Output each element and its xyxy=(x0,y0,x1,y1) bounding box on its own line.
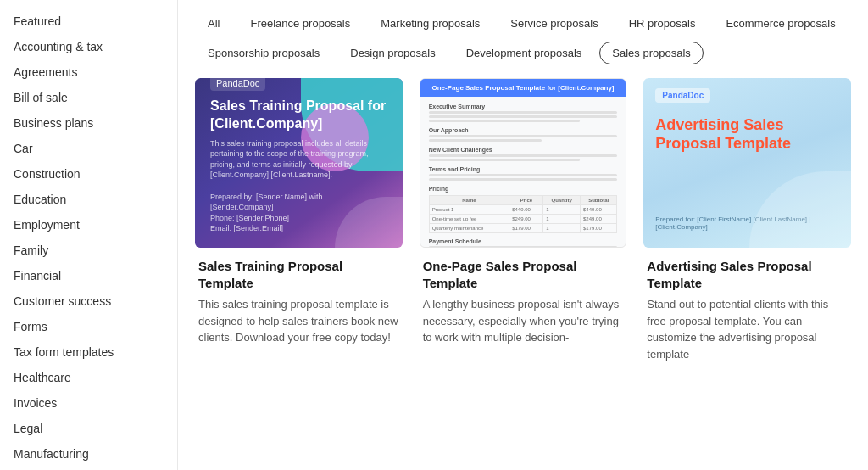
wave-shape xyxy=(749,171,851,248)
filter-tag-all[interactable]: All xyxy=(195,12,232,35)
sidebar-item-agreements[interactable]: Agreements xyxy=(0,59,177,85)
doc-header: One-Page Sales Proposal Template for [Cl… xyxy=(420,79,626,97)
card2-title: One-Page Sales Proposal Template xyxy=(423,258,624,291)
card3-thumb-title: Advertising Sales Proposal Template xyxy=(655,116,839,153)
card3-logo: PandaDoc xyxy=(655,88,710,103)
card1-desc: This sales training proposal template is… xyxy=(198,296,399,346)
filter-tag-sales[interactable]: Sales proposals xyxy=(599,42,704,64)
filter-tag-development[interactable]: Development proposals xyxy=(453,42,595,64)
filter-tag-hr[interactable]: HR proposals xyxy=(616,12,709,35)
card3-desc: Stand out to potential clients with this… xyxy=(647,296,848,362)
sidebar-item-tax-form-templates[interactable]: Tax form templates xyxy=(0,339,177,365)
sidebar-item-featured[interactable]: Featured xyxy=(0,8,177,34)
filter-row-1: AllFreelance proposalsMarketing proposal… xyxy=(195,12,851,35)
card-thumb-2: One-Page Sales Proposal Template for [Cl… xyxy=(420,78,627,248)
cards-grid: PandaDoc Sales Training Proposal for [Cl… xyxy=(195,78,851,362)
sidebar-item-car[interactable]: Car xyxy=(0,136,177,161)
doc-body: Executive Summary Our Approach New Clien… xyxy=(420,97,626,248)
main-content: AllFreelance proposalsMarketing proposal… xyxy=(178,0,868,470)
filter-tag-freelance[interactable]: Freelance proposals xyxy=(237,12,363,35)
card1-thumb-body: This sales training proposal includes al… xyxy=(210,138,387,234)
sidebar-item-legal[interactable]: Legal xyxy=(0,416,177,441)
card3-info: Advertising Sales Proposal Template Stan… xyxy=(643,248,851,362)
card1-content: PandaDoc Sales Training Proposal for [Cl… xyxy=(195,78,403,248)
filter-tag-marketing[interactable]: Marketing proposals xyxy=(368,12,492,35)
card-advertising-sales[interactable]: PandaDoc Advertising Sales Proposal Temp… xyxy=(643,78,851,362)
sidebar-item-family[interactable]: Family xyxy=(0,238,177,263)
sidebar-item-education[interactable]: Education xyxy=(0,187,177,212)
card1-thumb-title: Sales Training Proposal for [Client.Comp… xyxy=(210,98,387,133)
filter-tag-design[interactable]: Design proposals xyxy=(337,42,448,64)
card3-title: Advertising Sales Proposal Template xyxy=(647,258,848,291)
card-one-page-sales[interactable]: One-Page Sales Proposal Template for [Cl… xyxy=(420,78,627,362)
filter-tag-ecommerce[interactable]: Ecommerce proposals xyxy=(713,12,848,35)
card2-info: One-Page Sales Proposal Template A lengt… xyxy=(420,248,627,346)
sidebar-item-customer-success[interactable]: Customer success xyxy=(0,288,177,314)
sidebar-item-invoices[interactable]: Invoices xyxy=(0,390,177,416)
card-sales-training[interactable]: PandaDoc Sales Training Proposal for [Cl… xyxy=(195,78,403,362)
sidebar-item-forms[interactable]: Forms xyxy=(0,314,177,339)
sidebar-item-healthcare[interactable]: Healthcare xyxy=(0,365,177,390)
card1-logo: PandaDoc xyxy=(210,78,265,91)
sidebar-item-accounting-tax[interactable]: Accounting & tax xyxy=(0,34,177,59)
sidebar-item-financial[interactable]: Financial xyxy=(0,263,177,288)
card1-info: Sales Training Proposal Template This sa… xyxy=(195,248,403,346)
sidebar: FeaturedAccounting & taxAgreementsBill o… xyxy=(0,0,178,470)
card2-desc: A lengthy business proposal isn't always… xyxy=(423,296,624,346)
card-thumb-1: PandaDoc Sales Training Proposal for [Cl… xyxy=(195,78,403,248)
sidebar-item-bill-of-sale[interactable]: Bill of sale xyxy=(0,85,177,110)
filter-row-2: Sponsorship proposalsDesign proposalsDev… xyxy=(195,42,851,64)
sidebar-item-manufacturing[interactable]: Manufacturing xyxy=(0,441,177,467)
filter-tag-service[interactable]: Service proposals xyxy=(498,12,610,35)
card-thumb-3: PandaDoc Advertising Sales Proposal Temp… xyxy=(643,78,851,248)
card1-title: Sales Training Proposal Template xyxy=(198,258,399,291)
sidebar-item-employment[interactable]: Employment xyxy=(0,212,177,238)
sidebar-item-construction[interactable]: Construction xyxy=(0,161,177,187)
filter-tag-sponsorship[interactable]: Sponsorship proposals xyxy=(195,42,332,64)
sidebar-item-business-plans[interactable]: Business plans xyxy=(0,110,177,136)
